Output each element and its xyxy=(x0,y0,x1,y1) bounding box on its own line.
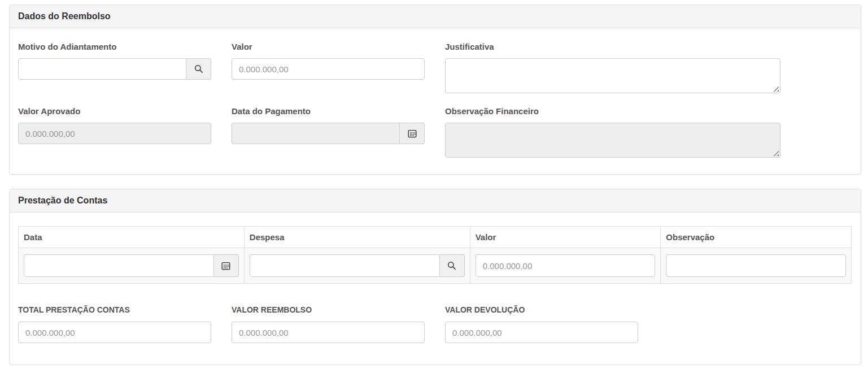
observacao-financeiro-textarea xyxy=(445,123,780,158)
data-pagamento-input xyxy=(232,123,400,144)
justificativa-textarea-wrap xyxy=(445,58,780,93)
motivo-adiantamento-input[interactable] xyxy=(18,58,186,80)
cell-data xyxy=(19,248,245,284)
panel-dados-reembolso-title: Dados do Reembolso xyxy=(10,5,861,28)
total-prestacao-contas-input[interactable] xyxy=(18,322,211,343)
row-valor-input[interactable] xyxy=(476,254,656,277)
totals-row: TOTAL PRESTAÇÃO CONTAS VALOR REEMBOLSO V… xyxy=(18,300,852,356)
total-prestacao-contas-label: TOTAL PRESTAÇÃO CONTAS xyxy=(18,305,211,314)
column-header-data: Data xyxy=(19,227,245,248)
cell-despesa xyxy=(244,248,470,284)
panel-dados-reembolso: Dados do Reembolso Motivo do Adiantament… xyxy=(9,5,861,175)
search-icon xyxy=(447,261,456,270)
table-header-row: Data Despesa Valor Observação xyxy=(19,227,852,248)
panel-prestacao-contas-body: Data Despesa Valor Observação xyxy=(10,213,861,365)
calendar-icon xyxy=(221,261,230,270)
reimbursement-form-page: Dados do Reembolso Motivo do Adiantament… xyxy=(0,0,868,377)
data-pagamento-calendar-button xyxy=(400,123,425,144)
valor-input[interactable] xyxy=(232,58,425,80)
valor-devolucao-label: VALOR DEVOLUÇÃO xyxy=(445,305,638,314)
motivo-adiantamento-search-button[interactable] xyxy=(186,58,211,80)
valor-aprovado-label: Valor Aprovado xyxy=(18,106,211,116)
row-despesa-search-button[interactable] xyxy=(440,254,465,277)
observacao-financeiro-label: Observação Financeiro xyxy=(445,106,780,116)
row-observacao-input[interactable] xyxy=(666,254,846,277)
column-header-valor: Valor xyxy=(470,227,661,248)
field-justificativa: Justificativa xyxy=(445,37,780,93)
observacao-financeiro-textarea-wrap xyxy=(445,123,780,158)
field-observacao-financeiro: Observação Financeiro xyxy=(445,101,780,158)
field-data-pagamento: Data do Pagamento xyxy=(232,101,425,144)
valor-reembolso-input[interactable] xyxy=(232,322,425,343)
table-row xyxy=(19,248,852,284)
calendar-icon xyxy=(408,129,417,138)
prestacao-contas-table: Data Despesa Valor Observação xyxy=(18,226,852,284)
justificativa-label: Justificativa xyxy=(445,42,780,51)
cell-observacao xyxy=(661,248,852,284)
panel-dados-reembolso-body: Motivo do Adiantamento xyxy=(10,28,861,174)
justificativa-textarea[interactable] xyxy=(445,58,780,93)
data-pagamento-label: Data do Pagamento xyxy=(232,106,425,116)
column-header-observacao: Observação xyxy=(661,227,852,248)
row-data-input[interactable] xyxy=(24,254,214,277)
motivo-adiantamento-label: Motivo do Adiantamento xyxy=(18,42,211,51)
cell-valor xyxy=(470,248,661,284)
panel-prestacao-contas: Prestação de Contas Data Despesa Valor O… xyxy=(9,189,861,365)
panel-prestacao-contas-title: Prestação de Contas xyxy=(10,189,861,213)
field-valor-aprovado: Valor Aprovado xyxy=(18,101,211,144)
field-valor-devolucao: VALOR DEVOLUÇÃO xyxy=(445,300,638,343)
valor-aprovado-input xyxy=(18,123,211,144)
field-valor: Valor xyxy=(232,37,425,80)
valor-devolucao-input[interactable] xyxy=(445,322,638,343)
column-header-despesa: Despesa xyxy=(244,227,470,248)
row-despesa-input[interactable] xyxy=(250,254,440,277)
search-icon xyxy=(194,64,203,73)
field-valor-reembolso: VALOR REEMBOLSO xyxy=(232,300,425,343)
field-motivo-adiantamento: Motivo do Adiantamento xyxy=(18,37,211,80)
valor-label: Valor xyxy=(232,42,425,51)
field-total-prestacao-contas: TOTAL PRESTAÇÃO CONTAS xyxy=(18,300,211,343)
row-data-calendar-button[interactable] xyxy=(214,254,239,277)
valor-reembolso-label: VALOR REEMBOLSO xyxy=(232,305,425,314)
